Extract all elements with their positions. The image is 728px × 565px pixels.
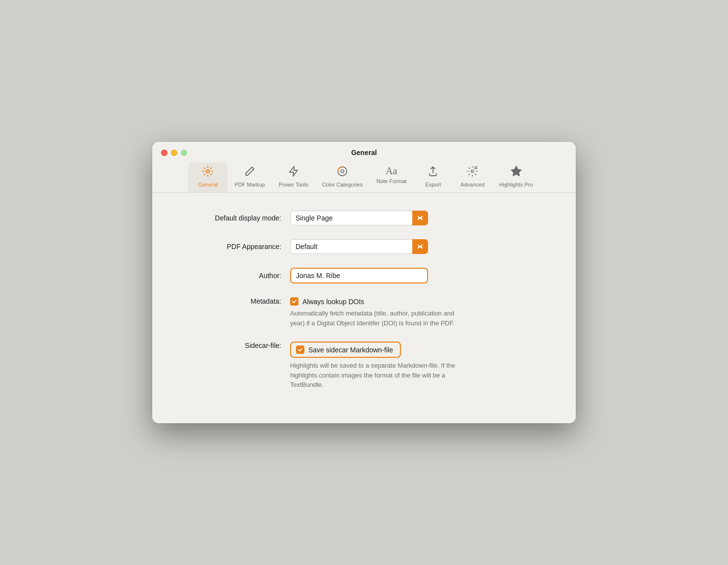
tab-advanced[interactable]: Advanced bbox=[453, 162, 492, 192]
tab-advanced-label: Advanced bbox=[461, 182, 485, 188]
toolbar: General PDF Markup Power Tools bbox=[161, 162, 567, 192]
svg-point-6 bbox=[475, 167, 477, 169]
tab-pdf-markup-label: PDF Markup bbox=[234, 182, 265, 188]
power-tools-icon bbox=[288, 165, 299, 180]
sidecar-highlight-box: Save sidecar Markdown-file bbox=[290, 342, 401, 358]
tab-note-format-label: Note Format bbox=[376, 178, 406, 184]
tab-note-format[interactable]: Aa Note Format bbox=[369, 162, 413, 192]
highlights-pro-icon bbox=[510, 165, 522, 180]
tab-export[interactable]: Export bbox=[413, 162, 453, 192]
sidecar-checkbox[interactable] bbox=[296, 345, 304, 354]
svg-point-3 bbox=[341, 170, 344, 173]
display-mode-row: Default display mode: Single Page Two Pa… bbox=[182, 211, 546, 225]
title-bar: General General bbox=[152, 142, 576, 193]
tab-power-tools[interactable]: Power Tools bbox=[272, 162, 315, 192]
author-control bbox=[290, 268, 546, 283]
display-mode-label: Default display mode: bbox=[182, 214, 290, 222]
minimize-button[interactable] bbox=[171, 150, 177, 156]
svg-marker-7 bbox=[511, 166, 521, 176]
author-label: Author: bbox=[182, 272, 290, 280]
metadata-control: Always lookup DOIs Automatically fetch m… bbox=[290, 297, 546, 328]
tab-general-label: General bbox=[199, 182, 218, 188]
svg-point-4 bbox=[471, 170, 474, 173]
advanced-icon bbox=[466, 165, 478, 180]
tab-power-tools-label: Power Tools bbox=[279, 182, 308, 188]
metadata-row: Metadata: Always lookup DOIs Automatical… bbox=[182, 297, 546, 328]
window-title: General bbox=[161, 149, 567, 157]
note-format-icon: Aa bbox=[386, 165, 397, 177]
pdf-appearance-row: PDF Appearance: Default Night Mode Sepia bbox=[182, 239, 546, 254]
metadata-checkbox[interactable] bbox=[290, 297, 298, 306]
tab-color-categories[interactable]: Color Categories bbox=[315, 162, 370, 192]
author-row: Author: bbox=[182, 268, 546, 283]
display-mode-select[interactable]: Single Page Two Pages Continuous bbox=[290, 211, 428, 225]
preferences-window: General General bbox=[152, 142, 576, 423]
general-icon bbox=[202, 165, 214, 180]
traffic-lights bbox=[161, 150, 187, 156]
display-mode-select-wrapper: Single Page Two Pages Continuous bbox=[290, 211, 428, 225]
author-input[interactable] bbox=[290, 268, 428, 283]
tab-general[interactable]: General bbox=[188, 162, 228, 192]
metadata-checkbox-row: Always lookup DOIs bbox=[290, 297, 546, 306]
metadata-checkbox-label: Always lookup DOIs bbox=[302, 298, 364, 306]
sidecar-control: Save sidecar Markdown-file Highlights wi… bbox=[290, 342, 546, 390]
sidecar-row: Sidecar-file: Save sidecar Markdown-file… bbox=[182, 342, 546, 390]
sidecar-description: Highlights will be saved to a separate M… bbox=[290, 361, 458, 390]
tab-export-label: Export bbox=[425, 182, 441, 188]
svg-marker-1 bbox=[290, 166, 298, 176]
sidecar-label: Sidecar-file: bbox=[182, 342, 290, 349]
content-area: Default display mode: Single Page Two Pa… bbox=[152, 193, 576, 423]
sidecar-checkbox-label: Save sidecar Markdown-file bbox=[308, 346, 393, 354]
pdf-appearance-select[interactable]: Default Night Mode Sepia bbox=[290, 239, 428, 254]
svg-point-0 bbox=[206, 170, 209, 173]
metadata-description: Automatically fetch metadata (title, aut… bbox=[290, 309, 458, 328]
display-mode-control: Single Page Two Pages Continuous bbox=[290, 211, 546, 225]
tab-color-categories-label: Color Categories bbox=[322, 182, 363, 188]
pdf-appearance-select-wrapper: Default Night Mode Sepia bbox=[290, 239, 428, 254]
pdf-appearance-label: PDF Appearance: bbox=[182, 243, 290, 251]
tab-highlights-pro[interactable]: Highlights Pro bbox=[492, 162, 539, 192]
metadata-label: Metadata: bbox=[182, 297, 290, 305]
tab-pdf-markup[interactable]: PDF Markup bbox=[228, 162, 272, 192]
maximize-button[interactable] bbox=[181, 150, 187, 156]
export-icon bbox=[427, 165, 439, 180]
pdf-markup-icon bbox=[244, 165, 256, 180]
tab-highlights-pro-label: Highlights Pro bbox=[499, 182, 532, 188]
color-categories-icon bbox=[336, 165, 348, 180]
close-button[interactable] bbox=[161, 150, 167, 156]
pdf-appearance-control: Default Night Mode Sepia bbox=[290, 239, 546, 254]
